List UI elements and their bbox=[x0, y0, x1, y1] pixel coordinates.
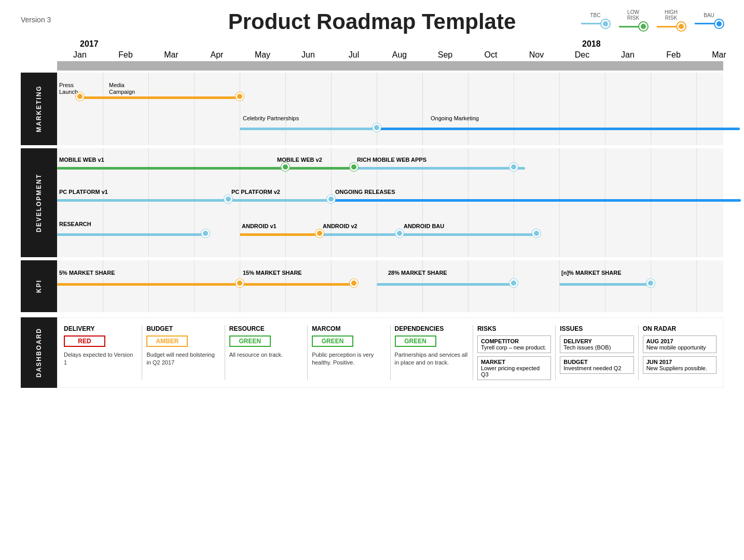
divider-4 bbox=[390, 325, 391, 380]
kpi-track: 5% MARKET SHARE 15% MARKET SHARE 28% MAR… bbox=[57, 269, 723, 300]
sep3 bbox=[21, 312, 723, 317]
marketing-track-2: Celebrity Partnerships Ongoing Marketing bbox=[57, 113, 723, 139]
month-spacer-11 bbox=[628, 39, 673, 49]
radar-2-date: JUN 2017 bbox=[646, 359, 713, 365]
risks-title: RISKS bbox=[477, 325, 551, 332]
legend-low-risk: LOWRISK bbox=[619, 9, 647, 31]
ongoing-marketing-bar bbox=[377, 128, 740, 130]
android-bau-bar bbox=[399, 233, 536, 236]
month-jun-2017: Jun bbox=[285, 49, 331, 61]
ongoing-releases-bar bbox=[331, 199, 741, 202]
dev-track-1: MOBILE WEB v1 MOBILE WEB v2 RICH MOBILE … bbox=[57, 156, 723, 176]
legend-low-risk-label: LOWRISK bbox=[627, 9, 639, 21]
android-v2-bar bbox=[320, 233, 399, 236]
month-dec-2017: Dec bbox=[559, 49, 605, 61]
radar-1-text: New mobile opportunity bbox=[646, 344, 713, 351]
month-spacer-8 bbox=[445, 39, 491, 49]
marketing-content: PressLaunch MediaCampaign Celebrity Part… bbox=[57, 73, 723, 145]
header: Version 3 Product Roadmap Template TBC L… bbox=[0, 0, 744, 39]
low-risk-dot bbox=[639, 22, 647, 31]
pc-v1-bar bbox=[57, 199, 331, 202]
dashboard-label: DASHBOARD bbox=[21, 317, 57, 388]
marcom-col: MARCOM GREEN Public perception is very h… bbox=[312, 325, 385, 380]
pc-v2-dot bbox=[327, 195, 335, 203]
legend-tbc: TBC bbox=[581, 12, 610, 28]
pc-v2-label: PC PLATFORM v2 bbox=[231, 189, 280, 195]
kpi-28pct-dot bbox=[509, 279, 518, 287]
month-sep-2017: Sep bbox=[422, 49, 468, 61]
media-campaign-bar bbox=[80, 96, 240, 99]
low-risk-line bbox=[619, 26, 640, 27]
mobile-web-v2-dot bbox=[350, 163, 358, 171]
month-spacer-5 bbox=[308, 39, 354, 49]
divider-5 bbox=[473, 325, 473, 380]
timeline-labels: 2017 2018 Jan Feb Mar bbox=[57, 39, 744, 61]
month-aug-2017: Aug bbox=[377, 49, 422, 61]
resource-badge: GREEN bbox=[229, 335, 271, 347]
issue-1-text: Tech issues (BOB) bbox=[563, 344, 630, 351]
press-launch-label: PressLaunch bbox=[59, 82, 78, 95]
dev-track-2: PC PLATFORM v1 PC PLATFORM v2 ONGOING RE… bbox=[57, 188, 723, 208]
month-nov-2017: Nov bbox=[514, 49, 559, 61]
rich-mobile-label: RICH MOBILE WEB APPS bbox=[357, 157, 426, 163]
budget-col: BUDGET AMBER Budget will need bolstering… bbox=[146, 325, 220, 380]
month-may-2017: May bbox=[240, 49, 285, 61]
legend-bau: BAU bbox=[695, 12, 723, 28]
issues-col: ISSUES DELIVERY Tech issues (BOB) BUDGET… bbox=[560, 325, 633, 380]
year-labels: 2017 2018 bbox=[57, 39, 744, 49]
delivery-text: Delays expected to Version 1 bbox=[64, 351, 137, 367]
kpi-5pct-dot bbox=[236, 279, 244, 287]
risk-1-title: COMPETITOR bbox=[481, 338, 547, 344]
issue-item-1: DELIVERY Tech issues (BOB) bbox=[560, 335, 633, 353]
month-spacer-7 bbox=[399, 39, 445, 49]
radar-1-date: AUG 2017 bbox=[646, 338, 713, 344]
media-campaign-dot bbox=[236, 92, 244, 101]
marcom-badge: GREEN bbox=[312, 335, 353, 347]
month-spacer-6 bbox=[354, 39, 399, 49]
development-content: MOBILE WEB v1 MOBILE WEB v2 RICH MOBILE … bbox=[57, 148, 723, 257]
kpi-15pct-dot bbox=[350, 279, 358, 287]
radar-item-2: JUN 2017 New Suppliers possible. bbox=[643, 356, 717, 374]
month-labels: Jan Feb Mar Apr May Jun Jul Aug Sep Oct … bbox=[57, 49, 744, 61]
pc-v1-label: PC PLATFORM v1 bbox=[59, 189, 108, 195]
month-spacer-3 bbox=[217, 39, 263, 49]
on-radar-title: ON RADAR bbox=[643, 325, 717, 332]
mobile-web-v1-dot bbox=[281, 163, 290, 171]
research-bar bbox=[57, 233, 205, 236]
legend-tbc-label: TBC bbox=[590, 12, 601, 18]
press-launch-dot bbox=[76, 92, 84, 101]
month-jan-2018: Jan bbox=[605, 49, 651, 61]
marcom-title: MARCOM bbox=[312, 325, 385, 332]
marketing-track-1: PressLaunch MediaCampaign bbox=[57, 82, 723, 108]
month-spacer-1 bbox=[126, 39, 171, 49]
ongoing-marketing-label: Ongoing Marketing bbox=[431, 115, 479, 121]
month-spacer-2 bbox=[171, 39, 217, 49]
kpi-label: KPI bbox=[21, 260, 57, 312]
research-label: RESEARCH bbox=[59, 221, 91, 227]
kpi-section: KPI 5% MARKET SHARE bbox=[21, 260, 723, 312]
issue-item-2: BUDGET Investment needed Q2 bbox=[560, 356, 633, 374]
dependencies-col: DEPENDENCIES GREEN Partnerships and serv… bbox=[395, 325, 469, 380]
kpi-15pct-label: 15% MARKET SHARE bbox=[243, 270, 302, 276]
android-v2-dot bbox=[395, 229, 404, 237]
issue-2-title: BUDGET bbox=[563, 359, 630, 365]
divider-2 bbox=[225, 325, 225, 380]
kpi-npct-label: [n]% MARKET SHARE bbox=[561, 270, 622, 276]
timeline-gray-bar bbox=[57, 61, 723, 71]
issue-2-text: Investment needed Q2 bbox=[563, 365, 630, 371]
high-risk-dot bbox=[677, 22, 685, 31]
delivery-title: DELIVERY bbox=[64, 325, 137, 332]
risk-2-text: Lower pricing expected Q3 bbox=[481, 365, 547, 377]
month-spacer-10 bbox=[536, 39, 582, 49]
celebrity-partnerships-bar bbox=[240, 128, 377, 130]
kpi-28pct-label: 28% MARKET SHARE bbox=[388, 270, 447, 276]
research-dot bbox=[201, 229, 210, 237]
legend: TBC LOWRISK HIGHRISK BAU bbox=[581, 9, 723, 31]
mobile-web-v2-label: MOBILE WEB v2 bbox=[277, 157, 322, 163]
legend-high-risk-label: HIGHRISK bbox=[665, 9, 678, 21]
month-oct-2017: Oct bbox=[468, 49, 514, 61]
timeline-spacer bbox=[21, 39, 57, 61]
main-content: 2017 2018 Jan Feb Mar bbox=[0, 39, 744, 388]
dashboard-content: DELIVERY RED Delays expected to Version … bbox=[57, 317, 723, 388]
kpi-5pct-label: 5% MARKET SHARE bbox=[59, 270, 115, 276]
